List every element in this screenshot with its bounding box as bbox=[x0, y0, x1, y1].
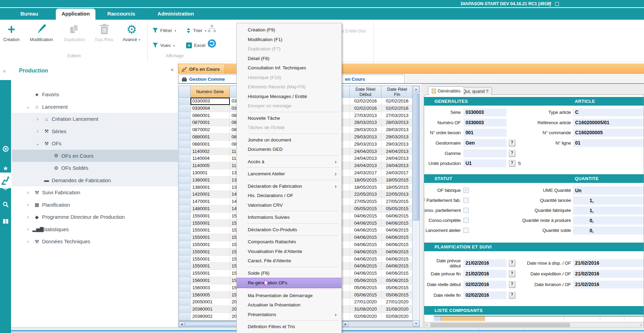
cell-date-fin[interactable]: 02/02/2016 bbox=[381, 105, 413, 112]
cell-date-fin[interactable]: 04/06/2015 bbox=[381, 248, 413, 256]
creation-button[interactable]: + Création bbox=[0, 22, 26, 42]
columns-icon[interactable] bbox=[0, 219, 11, 224]
cell-numero-of-clipped[interactable]: 1560001 bbox=[230, 277, 237, 284]
field-value[interactable] bbox=[463, 149, 507, 157]
cell-date-fin[interactable]: 02/09/2020 bbox=[381, 313, 413, 320]
avance-button[interactable]: ⚙ Avancé bbox=[118, 22, 145, 42]
row-selector[interactable] bbox=[179, 313, 191, 320]
menu-item[interactable]: Détail (F8) bbox=[237, 54, 341, 63]
cell-date-fin[interactable]: 22/05/2013 bbox=[381, 191, 413, 198]
cell-date-debut[interactable]: 04/06/2015 bbox=[350, 227, 381, 234]
cell-date-debut[interactable]: 04/06/2015 bbox=[350, 248, 381, 256]
chevron-icon[interactable] bbox=[23, 226, 32, 233]
row-selector[interactable] bbox=[179, 141, 191, 148]
row-selector[interactable] bbox=[179, 169, 191, 177]
cell-numero-of-clipped[interactable]: 1140005 bbox=[230, 162, 237, 169]
tree-item[interactable]: ⚒ Séries bbox=[12, 125, 178, 138]
row-selector[interactable] bbox=[179, 277, 191, 284]
row-selector[interactable] bbox=[179, 112, 191, 119]
cell-numero-of-clipped[interactable]: 1140004 bbox=[230, 155, 237, 162]
cell-date-fin[interactable]: 27/03/2013 bbox=[381, 112, 413, 119]
cell-date-debut[interactable]: 05/06/2015 bbox=[350, 284, 381, 292]
header-numero-serie[interactable]: Numéro Série bbox=[191, 86, 230, 98]
field-value[interactable]: C160200005/01 bbox=[573, 119, 644, 127]
cell-date-debut[interactable]: 05/06/2015 bbox=[350, 277, 381, 284]
cell-numero-serie[interactable]: 1550001 bbox=[191, 248, 230, 256]
cell-date-debut[interactable]: 04/06/2015 bbox=[350, 213, 381, 220]
row-selector[interactable] bbox=[179, 98, 191, 105]
cell-numero-serie[interactable]: 1380001 bbox=[191, 184, 230, 191]
checkbox[interactable] bbox=[463, 218, 469, 223]
chevron-icon[interactable] bbox=[23, 214, 32, 221]
tree-item[interactable]: ⌂ Lancement bbox=[12, 101, 178, 113]
tree-item[interactable]: ▬ Demandes de Fabrication bbox=[12, 174, 178, 187]
cell-numero-of-clipped[interactable]: 0330003 bbox=[230, 98, 237, 105]
tree-item[interactable]: ⌂ Création Lancement bbox=[12, 113, 178, 125]
cell-date-debut[interactable]: 28/03/2013 bbox=[350, 119, 381, 126]
header-date-fin[interactable]: Date RéelFin bbox=[381, 86, 413, 98]
cell-numero-serie[interactable]: 0860001 bbox=[191, 112, 230, 119]
menu-item[interactable]: Re-génération OFs bbox=[237, 278, 341, 288]
cell-date-fin[interactable]: 02/02/2016 bbox=[381, 98, 413, 105]
cell-numero-of-clipped[interactable]: 1550001 bbox=[230, 234, 237, 241]
checkbox[interactable] bbox=[463, 208, 469, 213]
cell-date-debut[interactable]: 22/05/2013 bbox=[350, 191, 381, 198]
cell-numero-serie[interactable]: 0330004 bbox=[191, 105, 230, 112]
field-value[interactable]: 01 bbox=[573, 139, 644, 147]
cell-date-fin[interactable]: 04/06/2015 bbox=[381, 227, 413, 234]
cell-date-debut[interactable]: 02/02/2016 bbox=[350, 98, 381, 105]
cell-date-fin[interactable]: 29/03/2013 bbox=[381, 134, 413, 141]
cell-date-fin[interactable]: 31/08/2020 bbox=[381, 306, 413, 313]
menu-item[interactable]: Consultation Inf. Techniques bbox=[237, 63, 341, 73]
filtrer-button[interactable]: Filtrer bbox=[152, 26, 176, 35]
cell-date-debut[interactable]: 04/06/2015 bbox=[350, 256, 381, 263]
menu-item[interactable]: Ma Présentation de Démarrage bbox=[237, 291, 341, 301]
menu-item[interactable]: Envoyer un message bbox=[237, 101, 341, 111]
menu-item[interactable]: Historique (F10) bbox=[237, 73, 341, 82]
cell-date-debut[interactable]: 05/05/2015 bbox=[350, 205, 381, 213]
tree-item[interactable]: ▂▅▇ Statistiques bbox=[12, 223, 178, 236]
close-icon[interactable]: × bbox=[171, 67, 174, 73]
trier-button[interactable]: Trier bbox=[186, 26, 207, 35]
row-selector[interactable] bbox=[179, 241, 191, 248]
menu-item[interactable]: Déclaration Co-Produits bbox=[237, 225, 341, 235]
cell-date-fin[interactable]: 29/03/2013 bbox=[381, 141, 413, 148]
cell-date-debut[interactable]: 04/06/2015 bbox=[350, 270, 381, 277]
star-icon[interactable]: ★ bbox=[0, 165, 11, 172]
cell-numero-of-clipped[interactable]: 1560003 bbox=[230, 284, 237, 292]
field-value[interactable]: 0330003 bbox=[463, 108, 507, 116]
row-selector[interactable] bbox=[179, 220, 191, 227]
cell-numero-serie[interactable]: 1550001 bbox=[191, 234, 230, 241]
cell-date-debut[interactable]: 27/01/2020 bbox=[350, 298, 381, 306]
field-value[interactable]: 02/02/2016 bbox=[463, 291, 507, 299]
cell-numero-serie[interactable]: 1550001 bbox=[191, 256, 230, 263]
cell-date-fin[interactable]: 27/05/2015 bbox=[381, 198, 413, 205]
row-selector[interactable] bbox=[179, 119, 191, 126]
help-button[interactable] bbox=[509, 292, 515, 298]
cell-date-fin[interactable]: 04/06/2015 bbox=[381, 270, 413, 277]
cell-numero-serie[interactable]: 20360002 bbox=[191, 313, 230, 320]
field-value[interactable]: 1, bbox=[573, 206, 644, 215]
menu-item[interactable]: Composants Rattachés bbox=[237, 237, 341, 247]
menu-item[interactable]: Joindre un document bbox=[237, 135, 341, 145]
cell-date-debut[interactable]: 02/02/2016 bbox=[350, 105, 381, 112]
tree-item[interactable]: ⚙ OFs en Cours bbox=[12, 150, 178, 162]
cell-date-fin[interactable]: 24/04/2013 bbox=[381, 162, 413, 169]
tree-item[interactable]: ⚒ OFs bbox=[12, 137, 178, 150]
field-value[interactable]: 21/02/2016 bbox=[573, 259, 644, 267]
tab-application[interactable]: Application bbox=[56, 9, 95, 20]
cell-numero-serie[interactable]: 1550001 bbox=[191, 270, 230, 277]
cell-date-fin[interactable]: 28/03/2013 bbox=[381, 119, 413, 126]
cell-numero-serie[interactable]: 130001 bbox=[191, 169, 230, 177]
cell-numero-serie[interactable]: 1550001 bbox=[191, 220, 230, 227]
menu-item[interactable]: His. Déclarations / OF bbox=[237, 191, 341, 200]
chevron-icon[interactable] bbox=[23, 201, 32, 208]
cell-numero-of-clipped[interactable]: 20360002 bbox=[230, 313, 237, 320]
header-clipped[interactable] bbox=[230, 86, 237, 98]
cell-date-debut[interactable]: 27/03/2013 bbox=[350, 112, 381, 119]
menu-item[interactable]: Création (F9) bbox=[237, 25, 341, 35]
field-value[interactable]: 0330003 bbox=[463, 119, 507, 127]
cell-numero-of-clipped[interactable]: 20360001 bbox=[230, 306, 237, 313]
cell-date-debut[interactable]: 02/09/2020 bbox=[350, 313, 381, 320]
cell-numero-serie[interactable]: 20360001 bbox=[191, 306, 230, 313]
